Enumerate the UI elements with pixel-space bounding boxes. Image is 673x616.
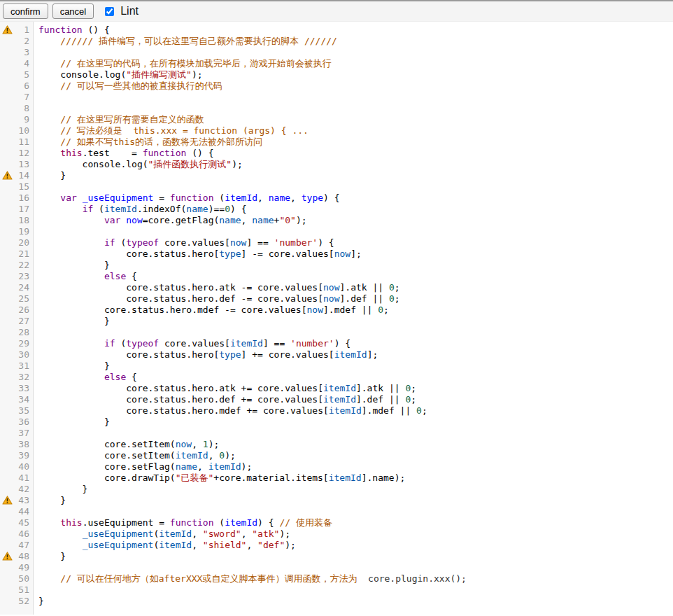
- line-number: 51: [18, 584, 29, 595]
- code-line: 23 else {: [0, 271, 673, 282]
- line-number: 40: [18, 461, 29, 472]
- gutter-cell: 46: [0, 528, 34, 540]
- gutter-cell: 28: [0, 327, 34, 338]
- code-line-text: // 可以在任何地方（如afterXXX或自定义脚本事件）调用函数，方法为 co…: [34, 573, 467, 584]
- gutter-cell: 38: [0, 439, 34, 450]
- code-line: 42 }: [0, 484, 673, 495]
- gutter-cell: 23: [0, 271, 34, 282]
- code-line-text: core.status.hero.mdef += core.values[ite…: [34, 405, 427, 416]
- code-line: 30 core.status.hero[type] += core.values…: [0, 349, 673, 360]
- gutter-cell: 33: [0, 383, 34, 394]
- line-number: 42: [18, 484, 29, 494]
- code-line: 25 core.status.hero.def -= core.values[n…: [0, 293, 673, 304]
- line-number: 1: [24, 24, 29, 35]
- gutter-cell: 51: [0, 584, 34, 596]
- gutter-cell: 7: [0, 92, 34, 103]
- code-line-text: }: [34, 416, 110, 428]
- code-line-text: else {: [34, 372, 137, 383]
- code-line: 8: [0, 103, 673, 114]
- code-line: 45 this.useEquipment = function (itemId)…: [0, 517, 673, 528]
- gutter-cell: 19: [0, 226, 34, 237]
- lint-label: Lint: [120, 5, 139, 18]
- code-line-text: core.status.hero[type] += core.values[it…: [34, 349, 378, 360]
- gutter-cell: 30: [0, 349, 34, 360]
- code-line: 13 console.log("插件函数执行测试");: [0, 159, 673, 170]
- code-line: 38 core.setItem(now, 1);: [0, 439, 673, 450]
- gutter-cell: 32: [0, 372, 34, 383]
- line-number: 39: [18, 450, 29, 461]
- gutter-cell: 12: [0, 148, 34, 159]
- code-line: 34 core.status.hero.def += core.values[i…: [0, 394, 673, 405]
- gutter-cell: 43: [0, 495, 34, 506]
- code-line: 15: [0, 181, 673, 192]
- gutter-cell: 29: [0, 338, 34, 349]
- gutter-cell: 48: [0, 551, 34, 562]
- gutter-cell: 5: [0, 69, 34, 80]
- gutter-cell: 35: [0, 405, 34, 416]
- line-number: 52: [18, 596, 29, 606]
- code-line-text: if (typeof core.values[now] == 'number')…: [34, 237, 334, 248]
- gutter-cell: 50: [0, 573, 34, 584]
- gutter-cell: 24: [0, 282, 34, 293]
- line-number: 35: [18, 405, 29, 416]
- code-line-text: [34, 103, 44, 114]
- code-line-text: this.test = function () {: [34, 148, 213, 159]
- line-number: 33: [18, 383, 29, 393]
- line-number: 28: [18, 327, 29, 337]
- code-line: 20 if (typeof core.values[now] == 'numbe…: [0, 237, 673, 248]
- line-number: 32: [18, 372, 29, 382]
- code-line: 2 ////// 插件编写，可以在这里写自己额外需要执行的脚本 //////: [0, 36, 673, 47]
- line-number: 15: [18, 181, 29, 192]
- lint-checkbox[interactable]: [105, 7, 114, 16]
- line-number: 4: [24, 58, 29, 69]
- cancel-button[interactable]: cancel: [52, 4, 94, 19]
- line-number: 43: [18, 495, 29, 505]
- code-line: 6 // 可以写一些其他的被直接执行的代码: [0, 80, 673, 92]
- code-line: 9 // 在这里写所有需要自定义的函数: [0, 114, 673, 125]
- code-line-text: [34, 226, 44, 237]
- code-line-text: console.log("插件编写测试");: [34, 69, 203, 80]
- lint-warning-icon[interactable]: [2, 552, 13, 561]
- line-number: 6: [24, 80, 29, 91]
- line-number: 17: [18, 204, 29, 214]
- gutter-cell: 16: [0, 192, 34, 204]
- line-number: 27: [18, 316, 29, 326]
- code-line: 19: [0, 226, 673, 237]
- gutter-cell: 4: [0, 58, 34, 69]
- code-line-text: core.setItem(itemId, 0);: [34, 450, 236, 461]
- code-line-text: core.drawTip("已装备"+core.material.items[i…: [34, 472, 405, 484]
- gutter-cell: 47: [0, 540, 34, 551]
- code-line-text: [34, 181, 44, 192]
- code-line: 31 }: [0, 360, 673, 372]
- code-line: 18 var now=core.getFlag(name, name+"0");: [0, 215, 673, 226]
- code-line-text: core.status.hero.def += core.values[item…: [34, 394, 416, 405]
- gutter-cell: 41: [0, 472, 34, 484]
- code-line: 47 _useEquipment(itemId, "shield", "def"…: [0, 540, 673, 551]
- line-number: 38: [18, 439, 29, 449]
- gutter-cell: 9: [0, 114, 34, 125]
- code-line-text: }: [34, 260, 110, 271]
- confirm-button[interactable]: confirm: [3, 4, 48, 19]
- code-line: 26 core.status.hero.mdef -= core.values[…: [0, 304, 673, 316]
- gutter-cell: 40: [0, 461, 34, 472]
- gutter-cell: 15: [0, 181, 34, 192]
- code-line-text: this.useEquipment = function (itemId) { …: [34, 517, 332, 528]
- gutter-cell: 18: [0, 215, 34, 226]
- line-number: 5: [24, 69, 29, 80]
- line-number: 47: [18, 540, 29, 550]
- line-number: 16: [18, 192, 29, 203]
- gutter-cell: 6: [0, 80, 34, 92]
- code-line: 49: [0, 562, 673, 573]
- code-line: 3: [0, 47, 673, 58]
- code-line: 52}: [0, 596, 673, 607]
- code-line-text: }: [34, 484, 87, 495]
- code-line-text: // 在这里写所有需要自定义的函数: [34, 114, 204, 125]
- line-number: 20: [18, 237, 29, 248]
- lint-warning-icon[interactable]: [2, 25, 13, 34]
- lint-warning-icon[interactable]: [2, 496, 13, 505]
- line-number: 24: [18, 282, 29, 293]
- code-editor[interactable]: 1function () {2 ////// 插件编写，可以在这里写自己额外需要…: [0, 22, 673, 615]
- lint-warning-icon[interactable]: [2, 171, 13, 180]
- code-line: 4 // 在这里写的代码，在所有模块加载完毕后，游戏开始前会被执行: [0, 58, 673, 69]
- code-line-text: // 如果不写this的话，函数将无法被外部所访问: [34, 136, 262, 148]
